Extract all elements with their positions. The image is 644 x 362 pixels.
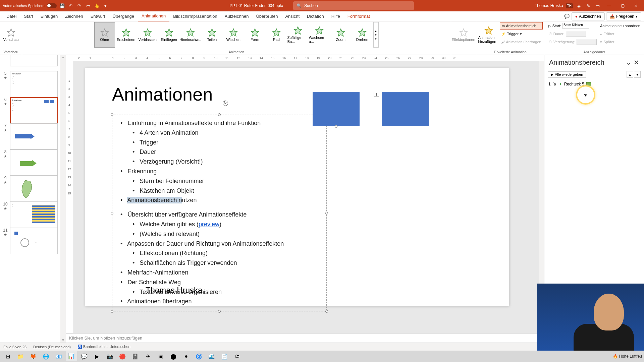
app-icon[interactable]: 🌀 [193, 351, 205, 361]
bullet-line[interactable]: • Anpassen der Dauer und Richtung von An… [117, 239, 322, 249]
animation-order-badge[interactable]: 1 [374, 92, 379, 97]
search-input[interactable]: 🔍 Suchen [293, 1, 414, 10]
panel-splitter[interactable]: ▲ ▼ [60, 55, 66, 343]
slide-thumbnail-partial[interactable] [10, 55, 58, 66]
animation-effect-button[interactable]: Rad [266, 22, 287, 48]
vertical-ruler[interactable]: 123456789101112131415 [66, 61, 73, 333]
close-button[interactable]: ✕ [631, 1, 641, 10]
edge-icon[interactable]: 🌊 [206, 351, 217, 361]
bullet-line[interactable]: • 4 Arten von Animation [117, 128, 322, 138]
move-down-button[interactable]: ▼ [634, 71, 641, 78]
bullet-line[interactable]: • Kästchen am Objekt [117, 186, 322, 196]
rectangle-shape[interactable] [313, 92, 360, 126]
redo-icon[interactable]: ↷ [76, 2, 83, 9]
content-placeholder[interactable]: • Einführung in Animationseffekte und ih… [112, 115, 327, 311]
selection-handle[interactable] [111, 212, 113, 215]
maximize-button[interactable]: ▢ [617, 1, 628, 10]
slide-thumbnail[interactable] [10, 123, 58, 149]
tab-datei[interactable]: Datei [3, 11, 20, 21]
close-pane-icon[interactable]: ✕ [634, 58, 639, 66]
firefox-icon[interactable]: 🦊 [28, 351, 39, 361]
move-up-button[interactable]: ▲ [627, 71, 633, 78]
slide-thumbnail[interactable]: ......... [10, 202, 58, 228]
bullet-line[interactable]: • (Welche sind relevant) [117, 229, 322, 239]
animation-effect-button[interactable]: Erscheinen [116, 22, 137, 48]
animation-effect-button[interactable]: Ohne [94, 22, 115, 48]
app-icon[interactable]: 💬 [78, 351, 90, 361]
tab-entwurf[interactable]: Entwurf [87, 11, 109, 21]
slide-canvas[interactable]: Animationen • Einführung in Animationsef… [73, 61, 539, 333]
selection-handle[interactable] [335, 125, 337, 128]
bullet-line[interactable]: • Welche Arten gibt es (preview) [117, 220, 322, 229]
bullet-line[interactable]: • Animationsbereich nutzen [117, 195, 322, 205]
onenote-icon[interactable]: 📓 [129, 351, 141, 361]
document-title[interactable]: PPT 01 Roter Faden 004.pptx [230, 3, 283, 8]
scroll-up-icon[interactable]: ▲ [61, 55, 65, 60]
share-button[interactable]: 📤Freigeben▾ [606, 12, 641, 20]
animation-effect-button[interactable]: Form [245, 22, 265, 48]
slide-thumbnail[interactable] [10, 149, 58, 176]
tab-überprüfen[interactable]: Überprüfen [252, 11, 281, 21]
bullet-line[interactable]: • Effektoptionen (Richtung) [117, 248, 322, 258]
selection-handle[interactable] [218, 310, 221, 313]
animation-effect-button[interactable]: Teilen [202, 22, 222, 48]
app-icon[interactable]: 🗂 [231, 351, 243, 361]
tab-einfügen[interactable]: Einfügen [37, 11, 61, 21]
qat-dropdown-icon[interactable]: ▾ [102, 2, 109, 9]
bullet-line[interactable]: • Verzögerung (Vorsicht!) [117, 157, 322, 167]
user-name[interactable]: Thomas Hruska [535, 3, 563, 8]
tab-übergänge[interactable]: Übergänge [109, 11, 138, 21]
app-icon[interactable]: ● [180, 351, 192, 361]
bullet-line[interactable]: • Stern bei Foliennummer [117, 176, 322, 186]
toggle-switch[interactable] [47, 3, 57, 8]
chevron-down-icon[interactable]: ⌄ [626, 58, 632, 66]
undo-icon[interactable]: ↶ [67, 2, 74, 9]
obs-icon[interactable]: ⬤ [168, 351, 179, 361]
autosave-toggle[interactable]: Automatisches Speichern [3, 3, 57, 8]
tab-aufzeichnen[interactable]: Aufzeichnen [221, 11, 253, 21]
app-icon[interactable]: ▣ [155, 351, 166, 361]
selection-handle[interactable] [325, 310, 328, 313]
tab-animationen[interactable]: Animationen [138, 11, 169, 21]
slide-thumbnail[interactable] [10, 176, 58, 202]
rotate-handle-icon[interactable] [223, 101, 228, 106]
start-timing-row[interactable]: ▷ Start: Beim Klicken [547, 22, 598, 29]
tab-ansicht[interactable]: Ansicht [281, 11, 303, 21]
record-button[interactable]: ●Aufzeichnen [572, 12, 605, 20]
comments-icon[interactable]: 💬 [564, 13, 570, 20]
play-all-button[interactable]: ▶ Alle wiedergeben [548, 71, 586, 78]
bullet-line[interactable]: • Mehrfach-Animationen [117, 268, 322, 278]
slide-thumbnail[interactable]: Animationen• ...• ...• ...• ...• ... [10, 97, 58, 123]
app-icon[interactable]: 📄 [219, 351, 230, 361]
app-icon[interactable]: 🔴 [117, 351, 128, 361]
animation-effect-button[interactable]: Wischen [223, 22, 244, 48]
slide-title[interactable]: Animationen [112, 84, 213, 105]
bullet-line[interactable]: • Animationen übertragen [117, 297, 322, 306]
ribbon-options-icon[interactable]: ▭ [594, 2, 601, 9]
animation-effect-button[interactable]: Verblassen [137, 22, 158, 48]
diamond-icon[interactable]: ◈ [576, 2, 582, 9]
tab-formformat[interactable]: Formformat [344, 11, 374, 21]
gallery-more-button[interactable]: ▴▾▾ [373, 22, 379, 48]
save-icon[interactable]: 💾 [59, 2, 65, 9]
file-explorer-icon[interactable]: 📁 [15, 351, 26, 361]
animation-effect-button[interactable]: Hineinschw... [180, 22, 201, 48]
outlook-icon[interactable]: 📧 [53, 351, 64, 361]
user-avatar[interactable]: TH [566, 3, 573, 8]
start-button[interactable]: ⊞ [2, 351, 13, 361]
language-indicator[interactable]: Deutsch (Deutschland) [33, 345, 71, 349]
animation-effect-button[interactable]: Wachsen u... [309, 22, 330, 48]
bullet-line[interactable]: • Trigger [117, 138, 322, 147]
powerpoint-icon[interactable]: 📊 [66, 351, 77, 361]
scroll-down-icon[interactable]: ▼ [61, 338, 65, 343]
horizontal-ruler[interactable]: 2112345678910111213141516171819202122232… [66, 55, 544, 61]
accessibility-status[interactable]: ♿ Barrierefreiheit: Untersuchen [77, 345, 130, 349]
tab-hilfe[interactable]: Hilfe [328, 11, 344, 21]
selection-handle[interactable] [218, 113, 221, 116]
animation-effect-button[interactable]: Einfliegen [159, 22, 179, 48]
tab-start[interactable]: Start [20, 11, 37, 21]
bullet-line[interactable]: • Dauer [117, 147, 322, 157]
rectangle-shape[interactable] [382, 92, 429, 126]
add-animation-button[interactable]: Animation hinzufügen [478, 22, 499, 48]
bullet-line[interactable]: • Erkennung [117, 167, 322, 176]
